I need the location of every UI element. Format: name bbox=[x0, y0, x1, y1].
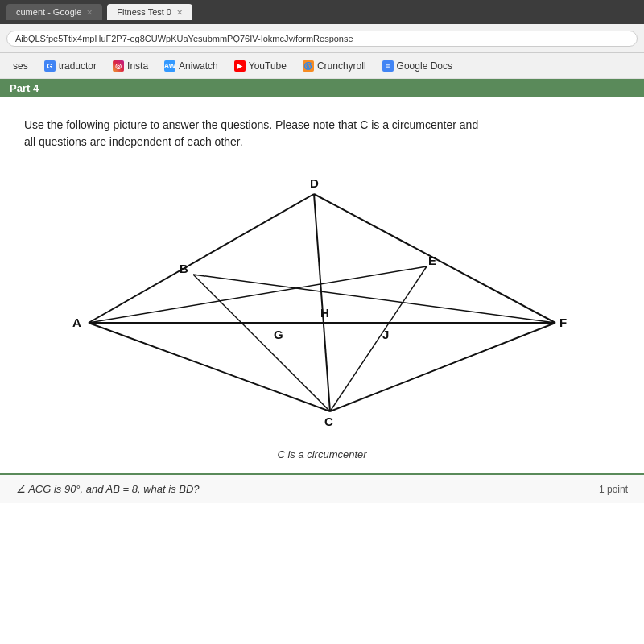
geometry-diagram: A B D E F G H J C bbox=[64, 170, 580, 444]
bookmark-crunchyroll[interactable]: 🌀 Crunchyroll bbox=[296, 58, 373, 74]
bookmark-aniwatch[interactable]: AW Aniwatch bbox=[158, 58, 225, 74]
label-D: D bbox=[310, 176, 319, 190]
insta-icon: ◎ bbox=[113, 60, 124, 72]
crunchyroll-icon: 🌀 bbox=[303, 60, 314, 72]
address-bar-row: AibQLSfpe5Ttix4mpHuF2P7-eg8CUWpKUaYesubm… bbox=[0, 24, 644, 53]
bookmark-youtube[interactable]: ▶ YouTube bbox=[228, 58, 293, 74]
circumcenter-label: C is a circumcenter bbox=[277, 448, 366, 460]
content-area: Use the following picture to answer the … bbox=[0, 97, 644, 473]
bookmarks-bar: ses G traductor ◎ Insta AW Aniwatch ▶ Yo… bbox=[0, 53, 644, 79]
label-J: J bbox=[382, 328, 389, 341]
tab-close-icon[interactable]: ✕ bbox=[86, 8, 93, 17]
part-header: Part 4 bbox=[0, 79, 644, 97]
tab-document[interactable]: cument - Google ✕ bbox=[6, 4, 102, 20]
points-label: 1 point bbox=[599, 484, 628, 495]
tab-label: cument - Google bbox=[16, 7, 81, 17]
svg-line-3 bbox=[89, 323, 330, 411]
svg-line-7 bbox=[193, 275, 330, 411]
diagram-container: A B D E F G H J C C is a circumcenter bbox=[24, 170, 620, 460]
bottom-question: ∠ ACG is 90°, and AB = 8, what is BD? bbox=[16, 483, 200, 495]
bookmark-traductor[interactable]: G traductor bbox=[38, 58, 103, 74]
page-content: Part 4 Use the following picture to answ… bbox=[0, 79, 644, 644]
label-E: E bbox=[428, 254, 436, 267]
label-B: B bbox=[180, 262, 188, 275]
label-C: C bbox=[324, 415, 333, 428]
tab-fitness[interactable]: Fitness Test 0 ✕ bbox=[107, 4, 192, 20]
svg-line-4 bbox=[330, 323, 555, 411]
svg-line-5 bbox=[314, 194, 330, 411]
bottom-section: ∠ ACG is 90°, and AB = 8, what is BD? 1 … bbox=[0, 473, 644, 503]
tab-label-active: Fitness Test 0 bbox=[117, 7, 171, 17]
label-G: G bbox=[274, 328, 283, 341]
tab-close-active-icon[interactable]: ✕ bbox=[176, 8, 183, 17]
svg-line-9 bbox=[330, 266, 427, 411]
svg-line-8 bbox=[193, 275, 555, 323]
gdocs-icon: ≡ bbox=[382, 60, 394, 72]
youtube-icon: ▶ bbox=[234, 60, 246, 72]
label-A: A bbox=[72, 316, 81, 329]
address-bar[interactable]: AibQLSfpe5Ttix4mpHuF2P7-eg8CUWpKUaYesubm… bbox=[6, 31, 638, 47]
bookmark-google-docs[interactable]: ≡ Google Docs bbox=[376, 58, 459, 74]
aniwatch-icon: AW bbox=[164, 60, 175, 72]
label-H: H bbox=[320, 306, 329, 320]
label-F: F bbox=[559, 316, 567, 329]
bookmark-ses[interactable]: ses bbox=[6, 58, 35, 74]
browser-title-bar: cument - Google ✕ Fitness Test 0 ✕ bbox=[0, 0, 644, 24]
bookmark-insta[interactable]: ◎ Insta bbox=[106, 58, 155, 74]
google-icon: G bbox=[44, 60, 56, 72]
question-text: Use the following picture to answer the … bbox=[24, 117, 491, 151]
